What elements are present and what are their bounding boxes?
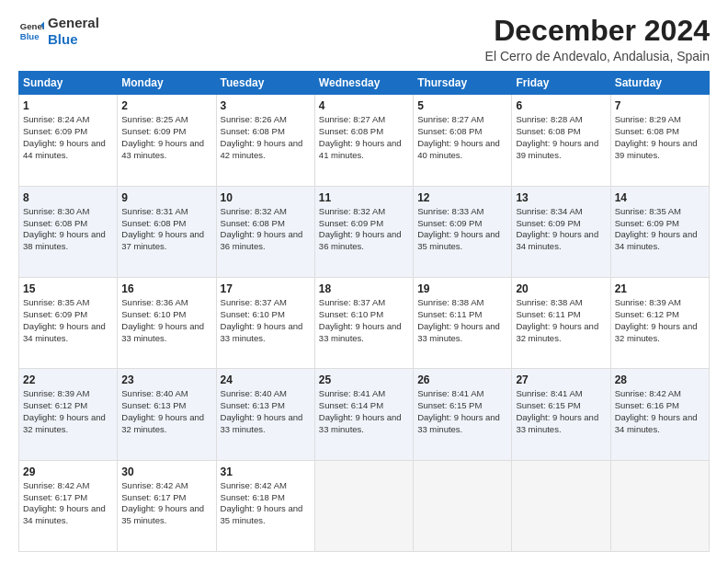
sunrise-text: Sunrise: 8:30 AM bbox=[23, 206, 89, 216]
table-row: 30Sunrise: 8:42 AMSunset: 6:17 PMDayligh… bbox=[118, 460, 216, 551]
table-row: 16Sunrise: 8:36 AMSunset: 6:10 PMDayligh… bbox=[118, 277, 216, 368]
table-row: 12Sunrise: 8:33 AMSunset: 6:09 PMDayligh… bbox=[414, 186, 512, 277]
logo: General Blue General Blue bbox=[18, 15, 99, 48]
sunrise-text: Sunrise: 8:37 AM bbox=[221, 297, 287, 307]
sunset-text: Sunset: 6:09 PM bbox=[319, 218, 383, 228]
daylight-text: Daylight: 9 hours and 39 minutes. bbox=[516, 138, 598, 160]
table-row: 4Sunrise: 8:27 AMSunset: 6:08 PMDaylight… bbox=[314, 95, 413, 186]
sunrise-text: Sunrise: 8:38 AM bbox=[417, 297, 483, 307]
sunrise-text: Sunrise: 8:32 AM bbox=[319, 206, 385, 216]
sunset-text: Sunset: 6:12 PM bbox=[615, 309, 679, 319]
sunrise-text: Sunrise: 8:28 AM bbox=[516, 114, 582, 124]
sunrise-text: Sunrise: 8:33 AM bbox=[417, 206, 483, 216]
daylight-text: Daylight: 9 hours and 33 minutes. bbox=[417, 412, 500, 434]
sunset-text: Sunset: 6:08 PM bbox=[23, 218, 87, 228]
sunset-text: Sunset: 6:13 PM bbox=[221, 400, 285, 410]
day-number: 3 bbox=[221, 98, 311, 113]
col-monday: Monday bbox=[118, 72, 216, 95]
sunrise-text: Sunrise: 8:27 AM bbox=[319, 114, 385, 124]
svg-text:Blue: Blue bbox=[20, 31, 40, 41]
daylight-text: Daylight: 9 hours and 39 minutes. bbox=[615, 138, 698, 160]
table-row: 29Sunrise: 8:42 AMSunset: 6:17 PMDayligh… bbox=[19, 460, 118, 551]
sunrise-text: Sunrise: 8:35 AM bbox=[23, 297, 89, 307]
day-number: 13 bbox=[516, 190, 606, 205]
daylight-text: Daylight: 9 hours and 35 minutes. bbox=[417, 229, 500, 251]
table-row: 9Sunrise: 8:31 AMSunset: 6:08 PMDaylight… bbox=[118, 186, 216, 277]
logo-icon: General Blue bbox=[18, 18, 44, 44]
day-number: 31 bbox=[221, 465, 311, 479]
sunset-text: Sunset: 6:13 PM bbox=[121, 400, 186, 410]
sunset-text: Sunset: 6:08 PM bbox=[516, 126, 580, 136]
daylight-text: Daylight: 9 hours and 33 minutes. bbox=[319, 321, 402, 343]
table-row: 28Sunrise: 8:42 AMSunset: 6:16 PMDayligh… bbox=[610, 369, 709, 460]
day-number: 25 bbox=[319, 373, 409, 387]
table-row: 21Sunrise: 8:39 AMSunset: 6:12 PMDayligh… bbox=[610, 277, 709, 368]
day-number: 18 bbox=[319, 282, 409, 296]
sunrise-text: Sunrise: 8:42 AM bbox=[23, 480, 89, 490]
table-row: 13Sunrise: 8:34 AMSunset: 6:09 PMDayligh… bbox=[512, 186, 610, 277]
col-sunday: Sunday bbox=[19, 72, 118, 95]
daylight-text: Daylight: 9 hours and 36 minutes. bbox=[221, 229, 303, 251]
sunset-text: Sunset: 6:08 PM bbox=[417, 126, 482, 136]
table-row: 31Sunrise: 8:42 AMSunset: 6:18 PMDayligh… bbox=[216, 460, 314, 551]
day-number: 19 bbox=[417, 282, 507, 296]
header: General Blue General Blue December 2024 … bbox=[18, 15, 710, 63]
day-number: 15 bbox=[23, 282, 113, 296]
table-row: 1Sunrise: 8:24 AMSunset: 6:09 PMDaylight… bbox=[19, 95, 118, 186]
sunrise-text: Sunrise: 8:38 AM bbox=[516, 297, 582, 307]
day-number: 23 bbox=[121, 373, 211, 387]
daylight-text: Daylight: 9 hours and 34 minutes. bbox=[23, 321, 106, 343]
col-saturday: Saturday bbox=[610, 72, 709, 95]
daylight-text: Daylight: 9 hours and 42 minutes. bbox=[221, 138, 303, 160]
sunrise-text: Sunrise: 8:39 AM bbox=[23, 388, 89, 398]
table-row: 3Sunrise: 8:26 AMSunset: 6:08 PMDaylight… bbox=[216, 95, 314, 186]
table-row: 20Sunrise: 8:38 AMSunset: 6:11 PMDayligh… bbox=[512, 277, 610, 368]
sunset-text: Sunset: 6:08 PM bbox=[319, 126, 383, 136]
sunrise-text: Sunrise: 8:26 AM bbox=[221, 114, 287, 124]
col-thursday: Thursday bbox=[414, 72, 512, 95]
daylight-text: Daylight: 9 hours and 41 minutes. bbox=[319, 138, 402, 160]
day-number: 29 bbox=[23, 465, 113, 479]
table-row: 24Sunrise: 8:40 AMSunset: 6:13 PMDayligh… bbox=[216, 369, 314, 460]
daylight-text: Daylight: 9 hours and 33 minutes. bbox=[221, 321, 303, 343]
table-row: 18Sunrise: 8:37 AMSunset: 6:10 PMDayligh… bbox=[314, 277, 413, 368]
sunset-text: Sunset: 6:09 PM bbox=[121, 126, 186, 136]
table-row: 23Sunrise: 8:40 AMSunset: 6:13 PMDayligh… bbox=[118, 369, 216, 460]
day-number: 9 bbox=[121, 190, 211, 205]
daylight-text: Daylight: 9 hours and 36 minutes. bbox=[319, 229, 402, 251]
sunrise-text: Sunrise: 8:40 AM bbox=[121, 388, 188, 398]
sunset-text: Sunset: 6:14 PM bbox=[319, 400, 383, 410]
day-number: 21 bbox=[615, 282, 705, 296]
table-row bbox=[314, 460, 413, 551]
daylight-text: Daylight: 9 hours and 34 minutes. bbox=[23, 503, 106, 525]
sunrise-text: Sunrise: 8:39 AM bbox=[615, 297, 681, 307]
day-number: 2 bbox=[121, 98, 211, 113]
sunset-text: Sunset: 6:08 PM bbox=[221, 126, 285, 136]
calendar-table: Sunday Monday Tuesday Wednesday Thursday… bbox=[18, 71, 710, 552]
day-number: 20 bbox=[516, 282, 606, 296]
sunset-text: Sunset: 6:11 PM bbox=[417, 309, 482, 319]
month-title: December 2024 bbox=[485, 15, 710, 47]
sunset-text: Sunset: 6:08 PM bbox=[221, 218, 285, 228]
table-row: 15Sunrise: 8:35 AMSunset: 6:09 PMDayligh… bbox=[19, 277, 118, 368]
sunrise-text: Sunrise: 8:37 AM bbox=[319, 297, 385, 307]
table-row bbox=[414, 460, 512, 551]
sunset-text: Sunset: 6:11 PM bbox=[516, 309, 580, 319]
day-number: 10 bbox=[221, 190, 311, 205]
day-number: 1 bbox=[23, 98, 113, 113]
sunrise-text: Sunrise: 8:42 AM bbox=[221, 480, 287, 490]
calendar-week-row: 1Sunrise: 8:24 AMSunset: 6:09 PMDaylight… bbox=[19, 95, 710, 186]
table-row: 6Sunrise: 8:28 AMSunset: 6:08 PMDaylight… bbox=[512, 95, 610, 186]
sunrise-text: Sunrise: 8:41 AM bbox=[516, 388, 582, 398]
day-number: 24 bbox=[221, 373, 311, 387]
sunrise-text: Sunrise: 8:41 AM bbox=[319, 388, 385, 398]
sunset-text: Sunset: 6:08 PM bbox=[121, 218, 186, 228]
daylight-text: Daylight: 9 hours and 33 minutes. bbox=[121, 321, 204, 343]
day-number: 27 bbox=[516, 373, 606, 387]
sunset-text: Sunset: 6:10 PM bbox=[121, 309, 186, 319]
daylight-text: Daylight: 9 hours and 43 minutes. bbox=[121, 138, 204, 160]
table-row bbox=[610, 460, 709, 551]
sunset-text: Sunset: 6:15 PM bbox=[417, 400, 482, 410]
table-row: 22Sunrise: 8:39 AMSunset: 6:12 PMDayligh… bbox=[19, 369, 118, 460]
day-number: 17 bbox=[221, 282, 311, 296]
